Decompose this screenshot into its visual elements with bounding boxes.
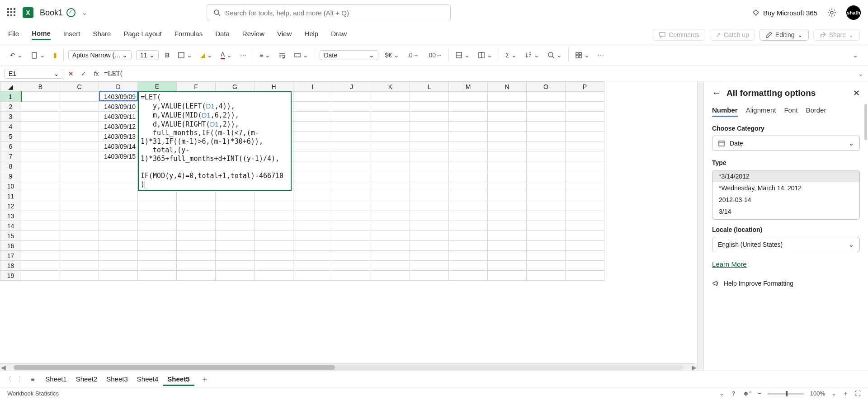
cell[interactable] [138, 221, 177, 231]
cell[interactable] [332, 161, 371, 171]
cell[interactable] [293, 191, 332, 201]
row-header[interactable]: 9 [0, 171, 21, 181]
cell[interactable] [99, 171, 138, 181]
column-header[interactable]: M [449, 82, 488, 92]
cell[interactable] [527, 211, 566, 221]
cell[interactable] [371, 241, 410, 251]
cell[interactable] [410, 211, 449, 221]
ribbon-tab-share[interactable]: Share [93, 30, 111, 39]
cell[interactable] [371, 102, 410, 112]
column-header[interactable]: H [255, 82, 293, 92]
cell[interactable] [527, 132, 566, 141]
sheet-tab-sheet4[interactable]: Sheet4 [132, 373, 163, 385]
panel-tab-number[interactable]: Number [712, 106, 738, 117]
row-header[interactable]: 13 [0, 211, 21, 221]
cell[interactable]: 1403/09/10 [99, 102, 138, 112]
cell[interactable] [566, 211, 604, 221]
cell[interactable] [371, 151, 410, 161]
cell[interactable] [449, 102, 488, 112]
column-header[interactable]: K [371, 82, 410, 92]
cell[interactable] [566, 241, 604, 251]
more-font-button[interactable]: ⋯ [238, 51, 248, 60]
cell[interactable] [449, 211, 488, 221]
cell[interactable] [488, 201, 527, 211]
cell[interactable] [255, 231, 293, 241]
cell[interactable] [99, 261, 138, 271]
cell[interactable] [216, 211, 255, 221]
cell[interactable] [293, 271, 332, 281]
cell[interactable] [566, 92, 604, 102]
cell[interactable] [488, 151, 527, 161]
cell[interactable] [177, 211, 216, 221]
undo-button[interactable]: ↶ ⌄ [8, 51, 24, 60]
cell[interactable] [60, 171, 99, 181]
app-launcher-icon[interactable] [7, 8, 16, 17]
cell[interactable] [488, 181, 527, 191]
cell[interactable] [255, 201, 293, 211]
row-header[interactable]: 19 [0, 271, 21, 281]
cell[interactable] [177, 251, 216, 261]
settings-icon[interactable] [827, 8, 836, 17]
column-header[interactable]: F [177, 82, 216, 92]
search-box[interactable] [207, 4, 451, 21]
cell[interactable] [177, 191, 216, 201]
wrap-text-button[interactable] [277, 51, 288, 60]
cell[interactable] [488, 92, 527, 102]
font-color-button[interactable]: A ⌄ [219, 50, 234, 60]
cell[interactable] [293, 211, 332, 221]
cell[interactable] [566, 221, 604, 231]
fx-button[interactable]: fx [91, 70, 101, 77]
format-as-table-button[interactable]: ⌄ [476, 51, 494, 60]
cell[interactable] [99, 271, 138, 281]
cell[interactable] [566, 201, 604, 211]
add-sheet-button[interactable]: ＋ [201, 374, 209, 385]
cell[interactable] [410, 231, 449, 241]
ribbon-tab-file[interactable]: File [8, 30, 19, 39]
row-header[interactable]: 16 [0, 241, 21, 251]
cell[interactable] [488, 132, 527, 141]
ribbon-tab-view[interactable]: View [277, 30, 292, 39]
enter-formula-button[interactable]: ✓ [79, 70, 89, 77]
cell[interactable] [332, 241, 371, 251]
cell[interactable] [527, 92, 566, 102]
font-size-select[interactable]: 11⌄ [136, 50, 159, 60]
cell[interactable] [21, 161, 60, 171]
row-header[interactable]: 12 [0, 201, 21, 211]
cell[interactable] [293, 241, 332, 251]
cell[interactable] [488, 271, 527, 281]
align-button[interactable]: ≡ ⌄ [258, 51, 272, 60]
cell[interactable] [527, 241, 566, 251]
cell[interactable] [60, 221, 99, 231]
ribbon-toggle-button[interactable]: ⌄ [851, 51, 860, 60]
status-dropdown[interactable]: ⌄ [719, 390, 724, 397]
cell[interactable] [527, 171, 566, 181]
cell[interactable] [293, 171, 332, 181]
cell[interactable] [255, 241, 293, 251]
cell[interactable] [332, 201, 371, 211]
cell[interactable] [332, 221, 371, 231]
help-improve-button[interactable]: Help Improve Formatting [712, 280, 860, 287]
cell[interactable] [332, 271, 371, 281]
cell[interactable] [527, 201, 566, 211]
cell[interactable] [410, 112, 449, 122]
currency-button[interactable]: $€ ⌄ [383, 51, 401, 60]
fill-color-button[interactable]: ◢ ⌄ [198, 51, 214, 60]
cell[interactable] [410, 201, 449, 211]
cell[interactable] [293, 141, 332, 151]
cell[interactable] [216, 191, 255, 201]
cell[interactable] [99, 221, 138, 231]
row-header[interactable]: 5 [0, 132, 21, 141]
cell[interactable] [99, 251, 138, 261]
cell[interactable] [371, 211, 410, 221]
cell[interactable] [332, 261, 371, 271]
cell[interactable] [527, 122, 566, 132]
zoom-level[interactable]: 100% [810, 390, 825, 397]
cell[interactable] [371, 132, 410, 141]
cell[interactable] [410, 241, 449, 251]
cell[interactable] [488, 112, 527, 122]
cell[interactable] [449, 221, 488, 231]
row-header[interactable]: 2 [0, 102, 21, 112]
cell[interactable]: 1403/09/14 [99, 141, 138, 151]
cell[interactable]: 1403/09/15 [99, 151, 138, 161]
type-option[interactable]: *3/14/2012 [712, 170, 859, 182]
